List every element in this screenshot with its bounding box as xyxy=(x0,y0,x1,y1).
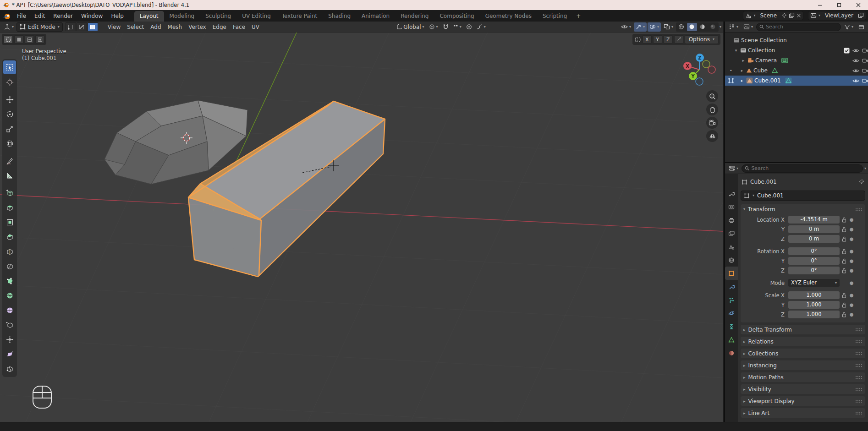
expand-icon[interactable]: ▸ xyxy=(739,78,745,83)
mirror-x-button[interactable]: X xyxy=(643,35,652,44)
snap-toggle-button[interactable] xyxy=(441,22,450,32)
editor-type-button[interactable]: ▾ xyxy=(2,22,16,32)
panel-instancing[interactable]: ▸Instancing xyxy=(741,360,865,370)
panel-grip-icon[interactable] xyxy=(855,208,863,211)
new-collection-button[interactable] xyxy=(857,22,866,32)
expand-icon[interactable]: ▸ xyxy=(739,68,745,73)
animate-dot-icon[interactable]: ● xyxy=(849,236,854,241)
animate-dot-icon[interactable]: ● xyxy=(849,217,854,222)
3d-viewport[interactable]: ▾ Edit Mode ▾ xyxy=(0,22,723,422)
transform-orientation-dropdown[interactable]: Global ▾ xyxy=(394,22,426,32)
lock-icon[interactable] xyxy=(840,312,849,317)
tab-physics[interactable] xyxy=(725,306,738,320)
properties-filter-icon[interactable]: ▾ xyxy=(864,167,866,170)
outliner-display-mode-dropdown[interactable]: ▾ xyxy=(727,22,740,32)
tab-constraints[interactable] xyxy=(725,320,738,333)
animate-dot-icon[interactable]: ● xyxy=(849,302,854,307)
tool-select-box-button[interactable] xyxy=(3,60,16,74)
outliner-row-cube[interactable]: • ▸ Cube xyxy=(725,65,868,76)
panel-grip-icon[interactable] xyxy=(855,364,863,367)
transform-panel-header[interactable]: ▾ Transform xyxy=(741,204,865,214)
blender-logo-icon[interactable] xyxy=(3,12,11,21)
panel-grip-icon[interactable] xyxy=(855,328,863,331)
tool-knife-button[interactable] xyxy=(3,259,16,273)
mirror-y-button[interactable]: Y xyxy=(653,35,662,44)
disable-render-icon[interactable] xyxy=(862,58,868,63)
location-x-field[interactable]: -4.3514 m xyxy=(788,216,840,224)
camera-view-button[interactable] xyxy=(706,117,718,129)
tool-cursor-button[interactable] xyxy=(3,75,16,89)
tab-material[interactable] xyxy=(725,346,738,360)
scene-selector[interactable]: ▾ Scene xyxy=(743,11,803,20)
outliner-search-input[interactable] xyxy=(766,24,838,30)
panel-grip-icon[interactable] xyxy=(855,387,863,391)
tool-smooth-button[interactable] xyxy=(3,303,16,317)
outliner-scope-dropdown[interactable]: ▾ xyxy=(742,22,755,32)
tab-tool[interactable] xyxy=(725,187,738,200)
select-subtract-button[interactable] xyxy=(25,35,34,44)
lock-icon[interactable] xyxy=(840,268,849,273)
outliner-row-scene-collection[interactable]: Scene Collection xyxy=(725,35,868,45)
xray-toggle-button[interactable]: ▾ xyxy=(662,22,675,32)
panel-grip-icon[interactable] xyxy=(855,352,863,355)
zoom-view-button[interactable] xyxy=(706,90,718,102)
animate-dot-icon[interactable]: ● xyxy=(849,293,854,298)
panel-relations[interactable]: ▸Relations xyxy=(741,337,865,346)
menu-mesh[interactable]: Mesh xyxy=(165,22,186,32)
tab-geometry-nodes[interactable]: Geometry Nodes xyxy=(480,11,537,22)
navigation-gizmo[interactable]: Z X Y xyxy=(679,49,720,90)
tool-measure-button[interactable] xyxy=(3,169,16,182)
select-new-button[interactable] xyxy=(4,35,13,44)
disable-render-icon[interactable] xyxy=(862,78,868,83)
tab-particles[interactable] xyxy=(725,293,738,306)
menu-render[interactable]: Render xyxy=(49,11,77,22)
properties-search-input[interactable] xyxy=(751,165,860,171)
outliner-row-collection[interactable]: ▾ Collection xyxy=(725,45,868,55)
animate-dot-icon[interactable]: ● xyxy=(849,268,854,273)
rotation-z-field[interactable]: 0° xyxy=(788,267,840,274)
menu-file[interactable]: File xyxy=(13,11,30,22)
pivot-point-dropdown[interactable]: ▾ xyxy=(427,22,440,32)
tool-bevel-button[interactable] xyxy=(3,230,16,244)
tab-animation[interactable]: Animation xyxy=(356,11,395,22)
disable-render-icon[interactable] xyxy=(862,68,868,73)
tab-shading[interactable]: Shading xyxy=(323,11,356,22)
lock-icon[interactable] xyxy=(840,217,849,223)
lock-icon[interactable] xyxy=(840,249,849,254)
menu-face[interactable]: Face xyxy=(230,22,248,32)
panel-grip-icon[interactable] xyxy=(855,340,863,343)
tool-loop-cut-button[interactable] xyxy=(3,245,16,258)
tool-shrink-fatten-button[interactable] xyxy=(3,333,16,346)
panel-delta-transform[interactable]: ▸Delta Transform xyxy=(741,325,865,334)
gizmo-axis-neg-y[interactable] xyxy=(703,60,710,68)
panel-visibility[interactable]: ▸Visibility xyxy=(741,384,865,394)
tool-shear-button[interactable] xyxy=(3,347,16,361)
hide-eye-icon[interactable] xyxy=(852,58,859,63)
solid-shading-button[interactable] xyxy=(687,23,697,31)
minimize-button[interactable] xyxy=(810,0,830,10)
lock-icon[interactable] xyxy=(840,236,849,242)
properties-editor-type-button[interactable]: ▾ xyxy=(727,164,740,173)
scale-x-field[interactable]: 1.000 xyxy=(788,291,840,299)
scale-y-field[interactable]: 1.000 xyxy=(788,301,840,309)
tool-poly-build-button[interactable] xyxy=(3,274,16,288)
panel-grip-icon[interactable] xyxy=(855,399,863,403)
tab-texture-paint[interactable]: Texture Paint xyxy=(276,11,323,22)
menu-select[interactable]: Select xyxy=(124,22,147,32)
rotation-y-field[interactable]: 0° xyxy=(788,257,840,265)
menu-window[interactable]: Window xyxy=(77,11,107,22)
tab-object-data[interactable] xyxy=(725,333,738,346)
snap-settings-dropdown[interactable]: ▾ xyxy=(451,22,463,32)
proportional-falloff-dropdown[interactable]: ▾ xyxy=(475,22,488,32)
new-scene-icon[interactable] xyxy=(789,12,795,18)
lock-icon[interactable] xyxy=(840,258,849,264)
tab-compositing[interactable]: Compositing xyxy=(434,11,479,22)
menu-uv[interactable]: UV xyxy=(248,22,263,32)
tab-object[interactable] xyxy=(725,267,738,280)
tool-rotate-button[interactable] xyxy=(3,107,16,121)
view-layer-selector[interactable]: ▾ ViewLayer xyxy=(808,11,866,20)
tab-render[interactable] xyxy=(725,200,738,213)
tool-annotate-button[interactable] xyxy=(3,154,16,168)
pin-icon[interactable] xyxy=(859,179,864,185)
gizmo-axis-neg-x[interactable] xyxy=(708,66,715,73)
